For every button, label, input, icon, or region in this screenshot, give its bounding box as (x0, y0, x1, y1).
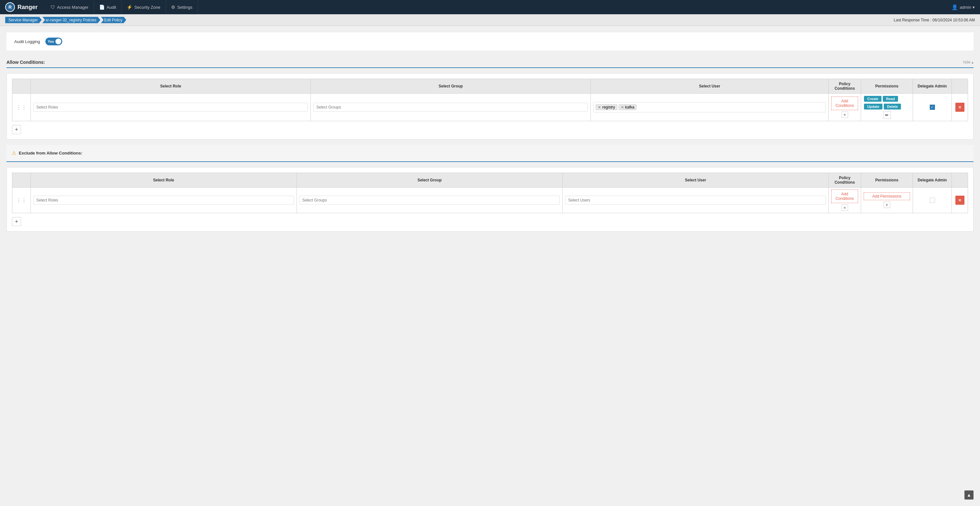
breadcrumb-service-manager[interactable]: Service Manager (5, 17, 42, 23)
audit-logging-label: Audit Logging (14, 39, 40, 44)
exc-th-delete (952, 173, 968, 187)
allow-conditions-table-container: Select Role Select Group Select User Pol… (6, 73, 974, 140)
exc-th-select-group: Select Group (296, 173, 563, 187)
allow-policy-conditions-cell: Add Conditions + (829, 94, 861, 121)
tag-kafka: ✕ kafka (619, 104, 637, 110)
permissions-edit-btn[interactable]: ✏ (883, 111, 891, 119)
allow-permissions-cell: Create Read Update Delete ✏ (861, 94, 913, 121)
tag-registry-close[interactable]: ✕ (598, 105, 601, 109)
logo-icon: R (5, 2, 15, 12)
exc-add-conditions-btn[interactable]: Add Conditions (831, 189, 858, 203)
nav-audit[interactable]: 📄 Audit (94, 0, 122, 14)
exc-groups-input[interactable] (299, 196, 560, 205)
allow-roles-input[interactable] (33, 103, 308, 112)
exc-users-input[interactable] (565, 196, 826, 205)
nav-security-zone[interactable]: ⚡ Security Zone (121, 0, 165, 14)
exc-th-policy-conditions: PolicyConditions (829, 173, 861, 187)
exc-delegate-cell (913, 187, 952, 213)
exclude-section: ⚠ Exclude from Allow Conditions: (6, 145, 974, 162)
exc-delete-cell: ✕ (952, 187, 968, 213)
exclude-add-row-btn[interactable]: + (12, 217, 21, 226)
exc-th-permissions: Permissions (861, 173, 913, 187)
allow-user-tags[interactable]: ✕ registry ✕ kafka (593, 102, 826, 113)
exc-drag-handle-cell: ⋮⋮ (12, 187, 31, 213)
nav-access-manager[interactable]: 🛡 Access Manager (45, 0, 94, 14)
allow-delete-cell: ✕ (952, 94, 968, 121)
nav-settings[interactable]: ⚙ Settings (166, 0, 198, 14)
allow-group-cell (311, 94, 591, 121)
allow-conditions-hide[interactable]: hide ▴ (963, 60, 974, 65)
delegate-admin-checkbox[interactable] (930, 105, 935, 110)
add-conditions-plus: + (831, 111, 858, 118)
exc-policy-conditions-cell: Add Conditions + (829, 187, 861, 213)
tag-registry: ✕ registry (596, 104, 617, 110)
app-name: Ranger (18, 4, 38, 11)
exc-add-perm-plus: + (864, 201, 910, 208)
audit-logging-toggle[interactable]: Yes (45, 38, 62, 45)
drag-handle-cell: ⋮⋮ (12, 94, 31, 121)
allow-user-cell: ✕ registry ✕ kafka (591, 94, 829, 121)
access-manager-icon: 🛡 (51, 5, 55, 10)
tag-registry-label: registry (602, 105, 615, 109)
th-select-group: Select Group (311, 79, 591, 94)
allow-groups-input[interactable] (313, 103, 588, 112)
toggle-knob (56, 38, 61, 44)
user-name: admin (960, 5, 971, 10)
exclude-conditions-table: Select Role Select Group Select User Pol… (12, 173, 968, 213)
exc-row-delete-btn[interactable]: ✕ (955, 196, 964, 205)
exc-add-perm-plus-btn[interactable]: + (884, 201, 890, 208)
exc-th-drag (12, 173, 31, 187)
drag-handle-icon: ⋮⋮ (15, 105, 28, 110)
settings-icon: ⚙ (171, 5, 175, 10)
perm-read-btn[interactable]: Read (883, 96, 898, 102)
allow-conditions-section: Allow Conditions: hide ▴ Select Role Sel… (6, 56, 974, 232)
th-delete (952, 79, 968, 94)
main-content: Audit Logging Yes Allow Conditions: hide… (0, 26, 980, 243)
last-response-time: Last Response Time : 06/10/2024 10:53:06… (894, 18, 975, 22)
tag-kafka-close[interactable]: ✕ (621, 105, 624, 109)
breadcrumb-bar: Service Manager sr-ranger-32_registry Po… (0, 14, 980, 26)
th-drag (12, 79, 31, 94)
exc-add-conditions-plus-btn[interactable]: + (842, 205, 848, 211)
exclude-conditions-table-container: Select Role Select Group Select User Pol… (6, 167, 974, 232)
add-conditions-btn[interactable]: Add Conditions (831, 97, 858, 110)
exclude-title: Exclude from Allow Conditions: (19, 151, 82, 155)
allow-add-row-btn[interactable]: + (12, 125, 21, 134)
nav-settings-label: Settings (177, 5, 192, 10)
audit-section: Audit Logging Yes (6, 32, 974, 51)
perm-create-btn[interactable]: Create (864, 96, 881, 102)
user-menu[interactable]: 👤 admin ▾ (951, 4, 975, 10)
exc-roles-input[interactable] (33, 196, 294, 205)
perm-update-btn[interactable]: Update (864, 104, 883, 109)
nav-access-manager-label: Access Manager (57, 5, 89, 10)
exclude-header: ⚠ Exclude from Allow Conditions: (12, 150, 968, 156)
exc-role-cell (31, 187, 297, 213)
th-select-role: Select Role (31, 79, 311, 94)
allow-conditions-title: Allow Conditions: (6, 60, 45, 65)
audit-logging-row: Audit Logging Yes (14, 38, 966, 45)
nav-security-zone-label: Security Zone (134, 5, 160, 10)
app-logo[interactable]: R Ranger (5, 2, 38, 12)
breadcrumb: Service Manager sr-ranger-32_registry Po… (5, 17, 127, 23)
exc-add-permissions-btn[interactable]: Add Permissions (864, 192, 910, 200)
exc-th-delegate-admin: Delegate Admin (913, 173, 952, 187)
breadcrumb-edit-policy[interactable]: Edit Policy (101, 17, 126, 23)
tag-kafka-label: kafka (625, 105, 635, 109)
exc-th-select-user: Select User (563, 173, 829, 187)
th-policy-conditions: PolicyConditions (829, 79, 861, 94)
allow-row-delete-btn[interactable]: ✕ (955, 103, 964, 112)
exc-th-select-role: Select Role (31, 173, 297, 187)
exc-delegate-admin-checkbox[interactable] (930, 198, 935, 203)
breadcrumb-registry-policies[interactable]: sr-ranger-32_registry Policies (43, 17, 100, 23)
allow-table-row: ⋮⋮ ✕ registry (12, 94, 968, 121)
user-dropdown-icon: ▾ (972, 5, 975, 10)
perm-delete-btn[interactable]: Delete (884, 104, 901, 109)
exc-group-cell (296, 187, 563, 213)
allow-conditions-table: Select Role Select Group Select User Pol… (12, 79, 968, 121)
allow-delegate-cell (913, 94, 952, 121)
allow-role-cell (31, 94, 311, 121)
add-conditions-plus-btn[interactable]: + (842, 111, 848, 118)
exc-permissions-cell: Add Permissions + (861, 187, 913, 213)
permissions-row-2: Update Delete (864, 103, 910, 110)
security-zone-icon: ⚡ (127, 5, 132, 10)
